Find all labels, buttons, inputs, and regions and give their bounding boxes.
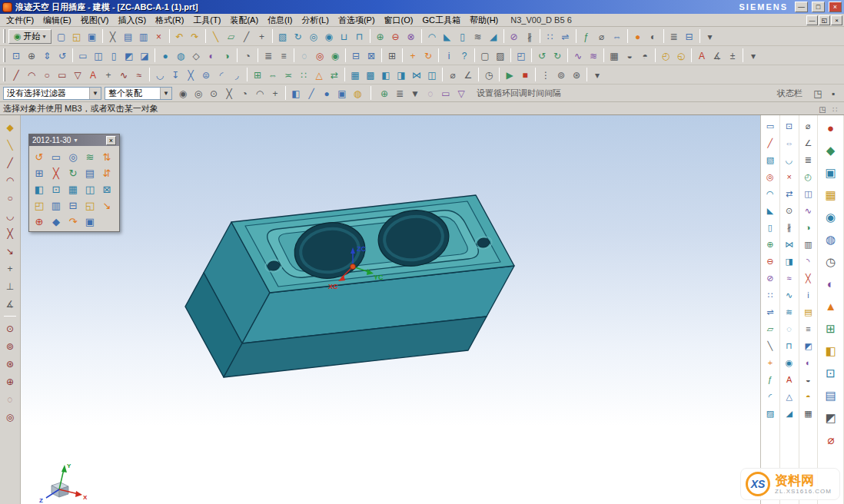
rp-resize-icon[interactable]: ⊙ xyxy=(783,204,796,217)
wcs-dynamics-icon[interactable]: ↻ xyxy=(420,48,436,63)
pin-toolbar-icon[interactable]: ▪ xyxy=(826,85,841,101)
rp-measure-tools-icon[interactable]: ⌀ xyxy=(822,431,840,448)
snapshot-icon[interactable]: ⊞ xyxy=(384,48,400,63)
helix-icon[interactable]: ≈ xyxy=(131,67,147,82)
polygon-icon[interactable]: ▽ xyxy=(70,67,85,82)
rp-background-icon[interactable]: ▦ xyxy=(801,406,815,419)
line-tool-icon[interactable]: ╱ xyxy=(2,155,18,169)
palette-tool-10-icon[interactable]: ⇵ xyxy=(98,164,115,181)
rp-deviation-icon[interactable]: ∿ xyxy=(801,204,815,217)
rp-measure-icon[interactable]: ⌀ xyxy=(801,119,815,132)
isometric-view-icon[interactable]: ◩ xyxy=(121,48,137,63)
rp-shell-icon[interactable]: ▯ xyxy=(763,220,777,234)
mold-wizard-icon[interactable]: ▦ xyxy=(347,67,363,82)
palette-tool-24-icon[interactable]: ▣ xyxy=(81,213,98,229)
toolbar-options-icon[interactable]: ▾ xyxy=(746,48,761,63)
rp-mirror-icon[interactable]: ⇌ xyxy=(763,305,777,318)
view-triad[interactable]: Y X Z xyxy=(39,463,88,504)
hole-icon[interactable]: ◎ xyxy=(306,28,321,44)
rp-csys-icon[interactable]: + xyxy=(763,356,777,369)
more-tools-icon[interactable]: ⋮ xyxy=(538,67,553,82)
stop-macro-icon[interactable]: ■ xyxy=(517,67,533,82)
measure-distance-icon[interactable]: ⌀ xyxy=(445,67,460,82)
palette-tool-2-icon[interactable]: ▭ xyxy=(48,148,65,164)
rp-extrude-icon[interactable]: ▧ xyxy=(763,153,777,166)
rp-patch-icon[interactable]: ◨ xyxy=(783,254,796,267)
reference-circle-icon[interactable]: ⊚ xyxy=(2,339,18,353)
bridge-curve-icon[interactable]: ◜ xyxy=(214,67,229,82)
polygon-select-icon[interactable]: ▽ xyxy=(454,85,469,101)
draft-icon[interactable]: ◢ xyxy=(486,28,501,44)
menu-item-0[interactable]: 文件(F) xyxy=(2,14,38,27)
hide-icon[interactable]: ◎ xyxy=(312,48,327,63)
rp-datum-icon[interactable]: ▭ xyxy=(763,119,777,132)
zoom-icon[interactable]: ⊕ xyxy=(24,48,39,63)
wcs-origin-ball[interactable] xyxy=(351,264,356,270)
assembly-constraints-icon[interactable]: ≍ xyxy=(281,67,296,82)
rp-touch-icon[interactable]: ⊡ xyxy=(822,364,840,381)
menu-item-8[interactable]: 分析(L) xyxy=(297,14,333,27)
project-curve-icon[interactable]: ↧ xyxy=(168,67,183,82)
prompt-grip-icon[interactable]: ∷ xyxy=(829,103,841,114)
menu-item-6[interactable]: 装配(A) xyxy=(225,14,263,27)
rp-tube-icon[interactable]: ◌ xyxy=(783,322,796,335)
palette-tool-19-icon[interactable]: ◱ xyxy=(81,197,98,213)
circle-tool-icon[interactable]: ○ xyxy=(2,191,18,204)
pan-icon[interactable]: ⇕ xyxy=(39,48,55,63)
delete-icon[interactable]: × xyxy=(151,28,167,44)
cut-icon[interactable]: ╳ xyxy=(105,28,121,44)
grid-icon[interactable]: ▦ xyxy=(606,48,622,63)
rp-scale-icon[interactable]: △ xyxy=(783,390,796,403)
point-icon[interactable]: + xyxy=(254,28,270,44)
center-mark-icon[interactable]: ◎ xyxy=(2,410,18,423)
snap-quadrant-icon[interactable]: ◔ xyxy=(237,85,252,101)
tolerance-icon[interactable]: ± xyxy=(725,48,740,63)
rp-move-face-icon[interactable]: ⇔ xyxy=(783,136,796,149)
top-view-icon[interactable]: ◫ xyxy=(91,48,106,63)
toolbar-options-icon[interactable]: ▾ xyxy=(703,28,718,44)
sketch-pencil-icon[interactable]: ╲ xyxy=(2,138,18,151)
rp-thickness-icon[interactable]: ▥ xyxy=(801,237,815,250)
shell-icon[interactable]: ▯ xyxy=(455,28,470,44)
curvature-analysis-icon[interactable]: ∿ xyxy=(570,48,586,63)
move-component-icon[interactable]: ⇔ xyxy=(265,67,281,82)
help-icon[interactable]: ? xyxy=(457,48,472,63)
lasso-icon[interactable]: ◌ xyxy=(423,85,438,101)
datum-axis-icon[interactable]: ╱ xyxy=(239,28,254,44)
pocket-icon[interactable]: ⊔ xyxy=(337,28,352,44)
mirror-feature-icon[interactable]: ⇌ xyxy=(558,28,573,44)
prompt-dock-icon[interactable]: ◳ xyxy=(816,103,829,114)
layer-settings-icon[interactable]: ≣ xyxy=(261,48,276,63)
palette-tool-5-icon[interactable]: ⇅ xyxy=(98,148,115,164)
fillet-tool-icon[interactable]: ◡ xyxy=(2,208,18,222)
front-view-icon[interactable]: ▭ xyxy=(75,48,91,63)
pattern-component-icon[interactable]: ∷ xyxy=(296,67,311,82)
rp-edge-check-icon[interactable]: ╳ xyxy=(801,271,815,284)
rp-roles-icon[interactable]: ◧ xyxy=(822,342,840,359)
new-icon[interactable]: ▢ xyxy=(54,28,69,44)
highlight-icon[interactable]: ◍ xyxy=(350,85,365,101)
record-movie-icon[interactable]: ◵ xyxy=(673,48,689,63)
right-view-icon[interactable]: ▯ xyxy=(106,48,121,63)
arc-tool-icon[interactable]: ◠ xyxy=(2,173,18,187)
point-icon[interactable]: + xyxy=(101,67,116,82)
section-curve-icon[interactable]: ⊜ xyxy=(198,67,214,82)
viewport-canvas[interactable]: ZC YC XC Y X Z xyxy=(21,115,760,504)
pattern-feature-icon[interactable]: ∷ xyxy=(543,28,558,44)
chevron-down-icon[interactable]: ▾ xyxy=(74,137,77,144)
arc-icon[interactable]: ◠ xyxy=(24,67,39,82)
palette-close-button[interactable]: × xyxy=(106,136,116,145)
rectangle-select-icon[interactable]: ▭ xyxy=(438,85,454,101)
rp-scene-icon[interactable]: ◩ xyxy=(822,409,840,426)
rp-curvature-icon[interactable]: ◝ xyxy=(801,254,815,267)
mdi-minimize-button[interactable]: — xyxy=(806,15,818,25)
combo-arrow-icon[interactable]: ▼ xyxy=(160,88,171,99)
bolt-circle-icon[interactable]: ⊛ xyxy=(2,356,18,370)
undo-icon[interactable]: ↶ xyxy=(172,28,188,44)
rp-text3d-icon[interactable]: A xyxy=(783,373,796,386)
core-icon[interactable]: ◨ xyxy=(394,67,409,82)
magnify-cursor-icon[interactable]: ⊕ xyxy=(377,85,392,101)
menu-item-9[interactable]: 首选项(P) xyxy=(334,14,380,27)
menu-item-1[interactable]: 编辑(E) xyxy=(38,14,76,27)
save-icon[interactable]: ▣ xyxy=(85,28,100,44)
